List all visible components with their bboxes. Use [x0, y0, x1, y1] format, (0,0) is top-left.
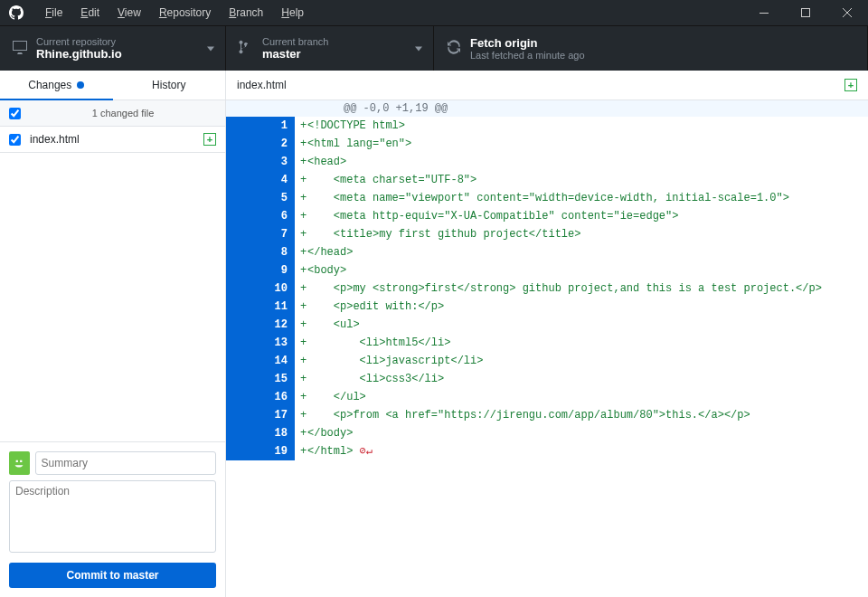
diff-line[interactable]: 6+ <meta http-equiv="X-UA-Compatible" co…	[226, 207, 868, 225]
file-checkbox[interactable]	[9, 134, 21, 146]
code-text: </head>	[307, 243, 868, 261]
gutter-new: 7	[260, 225, 295, 243]
diff-line[interactable]: 1+<!DOCTYPE html>	[226, 117, 868, 135]
window-controls	[743, 0, 868, 25]
diff-line[interactable]: 15+ <li>css3</li>	[226, 370, 868, 388]
no-newline-icon: ⊘↵	[353, 445, 373, 458]
diff-line[interactable]: 12+ <ul>	[226, 316, 868, 334]
diff-line[interactable]: 2+<html lang="en">	[226, 135, 868, 153]
chevron-down-icon	[207, 46, 214, 51]
diff-line[interactable]: 14+ <li>javascript</li>	[226, 352, 868, 370]
summary-input[interactable]	[35, 451, 216, 475]
code-text: <meta name="viewport" content="width=dev…	[307, 189, 868, 207]
diff-line[interactable]: 9+<body>	[226, 261, 868, 280]
app-menu: File Edit View Repository Branch Help	[36, 6, 313, 19]
diff-line[interactable]: 10+ <p>my <strong>first</strong> github …	[226, 280, 868, 298]
changed-file-row[interactable]: index.html +	[0, 127, 225, 153]
code-text: <p>my <strong>first</strong> github proj…	[307, 280, 868, 298]
diff-marker: +	[295, 189, 307, 207]
diff-view[interactable]: @@ -0,0 +1,19 @@ 1+<!DOCTYPE html>2+<htm…	[226, 100, 868, 597]
gutter-old	[226, 406, 260, 424]
diff-marker: +	[295, 388, 307, 406]
diff-marker: +	[295, 406, 307, 424]
diff-marker: +	[295, 171, 307, 189]
fetch-origin-button[interactable]: Fetch origin Last fetched a minute ago	[434, 26, 868, 71]
avatar-icon	[9, 451, 30, 475]
code-text: <meta http-equiv="X-UA-Compatible" conte…	[307, 207, 868, 225]
repo-name: Rhine.github.io	[36, 47, 122, 61]
diff-line[interactable]: 19+</html> ⊘↵	[226, 442, 868, 460]
diff-marker: +	[295, 280, 307, 298]
gutter-new: 8	[260, 243, 295, 261]
diff-marker: +	[295, 370, 307, 388]
diff-marker: +	[295, 424, 307, 442]
toolbar: Current repository Rhine.github.io Curre…	[0, 25, 868, 71]
gutter-new: 6	[260, 207, 295, 225]
select-all-checkbox[interactable]	[9, 108, 21, 119]
diff-line[interactable]: 7+ <title>my first github project</title…	[226, 225, 868, 243]
gutter-old	[226, 442, 260, 460]
menu-view[interactable]: View	[108, 6, 150, 19]
code-text: <body>	[307, 261, 868, 280]
commit-button[interactable]: Commit to master	[9, 563, 216, 588]
diff-line[interactable]: 5+ <meta name="viewport" content="width=…	[226, 189, 868, 207]
gutter-old	[226, 334, 260, 352]
gutter-old	[226, 117, 260, 135]
diff-marker: +	[295, 243, 307, 261]
svg-rect-0	[760, 13, 769, 14]
maximize-button[interactable]	[785, 0, 826, 25]
diff-line[interactable]: 13+ <li>html5</li>	[226, 334, 868, 352]
code-text: <meta charset="UTF-8">	[307, 171, 868, 189]
gutter-new: 18	[260, 424, 295, 442]
gutter-old	[226, 261, 260, 280]
close-button[interactable]	[826, 0, 868, 25]
desktop-icon	[13, 40, 27, 57]
gutter-new: 1	[260, 117, 295, 135]
menu-edit[interactable]: Edit	[71, 6, 108, 19]
diff-marker: +	[295, 316, 307, 334]
code-text: <li>javascript</li>	[307, 352, 868, 370]
menu-file[interactable]: File	[36, 6, 71, 19]
gutter-old	[226, 171, 260, 189]
gutter-old	[226, 316, 260, 334]
code-text: <p>edit with:</p>	[307, 298, 868, 316]
minimize-button[interactable]	[743, 0, 785, 25]
description-input[interactable]	[9, 480, 216, 553]
diff-marker: +	[295, 207, 307, 225]
gutter-old	[226, 370, 260, 388]
gutter-new: 4	[260, 171, 295, 189]
tab-history[interactable]: History	[113, 71, 226, 100]
diff-line[interactable]: 11+ <p>edit with:</p>	[226, 298, 868, 316]
gutter-new: 17	[260, 406, 295, 424]
gutter-old	[226, 298, 260, 316]
diff-marker: +	[295, 334, 307, 352]
diff-line[interactable]: 16+ </ul>	[226, 388, 868, 406]
gutter-new: 14	[260, 352, 295, 370]
gutter-old	[226, 225, 260, 243]
current-repository-dropdown[interactable]: Current repository Rhine.github.io	[0, 26, 226, 71]
diff-line[interactable]: 17+ <p>from <a href="https://jirengu.com…	[226, 406, 868, 424]
sidebar-tabs: Changes History	[0, 71, 225, 100]
diff-line[interactable]: 8+</head>	[226, 243, 868, 261]
menu-branch[interactable]: Branch	[220, 6, 272, 19]
diff-line[interactable]: 18+</body>	[226, 424, 868, 442]
diff-marker: +	[295, 153, 307, 171]
sidebar: Changes History 1 changed file index.htm…	[0, 71, 226, 597]
current-branch-dropdown[interactable]: Current branch master	[226, 26, 434, 71]
tab-changes[interactable]: Changes	[0, 71, 113, 100]
diff-marker: +	[295, 117, 307, 135]
added-badge-icon: +	[203, 133, 216, 146]
diff-line[interactable]: 4+ <meta charset="UTF-8">	[226, 171, 868, 189]
menu-repository[interactable]: Repository	[150, 6, 220, 19]
branch-icon	[239, 40, 253, 57]
gutter-new: 12	[260, 316, 295, 334]
tab-history-label: History	[152, 79, 185, 91]
diff-marker: +	[295, 442, 307, 460]
diff-marker: +	[295, 261, 307, 280]
diff-line[interactable]: 3+<head>	[226, 153, 868, 171]
gutter-new: 10	[260, 280, 295, 298]
gutter-old	[226, 388, 260, 406]
code-text: </html> ⊘↵	[307, 442, 868, 460]
gutter-new: 11	[260, 298, 295, 316]
menu-help[interactable]: Help	[272, 6, 313, 19]
